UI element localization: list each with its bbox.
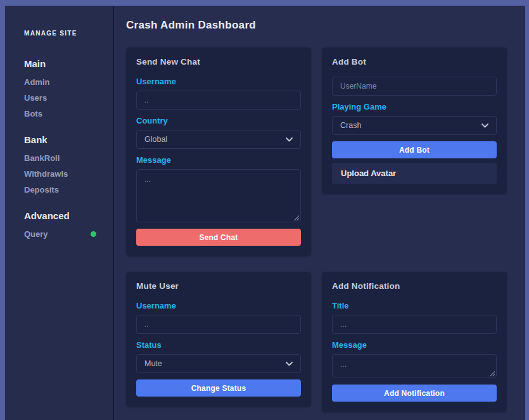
message-textarea-wrap — [332, 354, 497, 378]
sidebar-heading-bank: Bank — [24, 134, 113, 145]
status-select[interactable]: Mute — [136, 354, 301, 373]
card-title: Add Notification — [332, 281, 497, 291]
send-new-chat-card: Send New Chat Username Country Global Me… — [126, 48, 311, 256]
country-select[interactable]: Global — [136, 130, 301, 149]
message-label: Message — [136, 155, 301, 165]
mute-user-card: Mute User Username Status Mute Change St… — [126, 272, 311, 407]
change-status-button[interactable]: Change Status — [136, 379, 301, 397]
message-label: Message — [332, 340, 497, 350]
card-title: Mute User — [136, 281, 301, 291]
page-title: Crash Admin Dashboard — [126, 19, 506, 32]
status-label: Status — [136, 340, 301, 350]
playing-game-select[interactable]: Crash — [332, 116, 497, 135]
add-bot-button[interactable]: Add Bot — [332, 141, 497, 158]
sidebar-item-label: BankRoll — [24, 153, 60, 163]
sidebar: MANAGE SITE Main Admin Users Bots Bank B… — [5, 6, 114, 420]
sidebar-item-deposits[interactable]: Deposits — [24, 182, 113, 198]
playing-game-select-value: Crash — [340, 121, 361, 130]
chevron-down-icon — [286, 362, 293, 366]
sidebar-item-query[interactable]: Query — [24, 226, 113, 242]
mute-username-input[interactable] — [136, 315, 301, 334]
title-label: Title — [332, 301, 497, 310]
notification-title-input[interactable] — [332, 315, 497, 334]
sidebar-item-users[interactable]: Users — [24, 90, 113, 106]
username-label: Username — [136, 301, 301, 310]
online-status-dot — [91, 231, 96, 237]
add-notification-card: Add Notification Title Message Add Notif… — [322, 272, 507, 412]
country-select-value: Global — [144, 135, 167, 144]
sidebar-item-admin[interactable]: Admin — [24, 74, 113, 90]
bot-username-input[interactable] — [332, 77, 497, 96]
playing-game-label: Playing Game — [332, 102, 497, 111]
card-title: Send New Chat — [136, 57, 301, 67]
chat-message-textarea[interactable] — [136, 169, 301, 222]
admin-app: MANAGE SITE Main Admin Users Bots Bank B… — [5, 6, 525, 420]
status-select-value: Mute — [144, 359, 162, 368]
resize-handle[interactable] — [489, 371, 495, 376]
sidebar-item-label: Bots — [24, 109, 42, 118]
chevron-down-icon — [481, 124, 488, 128]
add-notification-button[interactable]: Add Notification — [332, 385, 497, 402]
sidebar-item-bankroll[interactable]: BankRoll — [24, 150, 113, 166]
sidebar-item-label: Deposits — [24, 185, 59, 194]
sidebar-section-advanced: Advanced Query — [24, 210, 113, 242]
sidebar-item-label: Admin — [24, 77, 49, 87]
chevron-down-icon — [286, 137, 293, 142]
sidebar-heading-main: Main — [24, 58, 113, 69]
sidebar-item-label: Query — [24, 229, 48, 239]
send-chat-button[interactable]: Send Chat — [136, 229, 301, 246]
message-textarea-wrap — [136, 169, 301, 222]
card-title: Add Bot — [332, 57, 497, 67]
sidebar-item-bots[interactable]: Bots — [24, 106, 113, 122]
app-window: MANAGE SITE Main Admin Users Bots Bank B… — [0, 0, 529, 420]
username-label: Username — [136, 77, 301, 86]
sidebar-heading-advanced: Advanced — [24, 210, 113, 221]
resize-handle[interactable] — [293, 215, 299, 220]
notification-message-textarea[interactable] — [332, 354, 497, 378]
sidebar-brand: MANAGE SITE — [24, 30, 113, 37]
sidebar-item-label: Withdrawls — [24, 169, 68, 179]
sidebar-item-withdrawls[interactable]: Withdrawls — [24, 166, 113, 182]
cards-row-2: Mute User Username Status Mute Change St… — [126, 272, 506, 412]
main-content: Crash Admin Dashboard Send New Chat User… — [114, 6, 525, 420]
sidebar-section-bank: Bank BankRoll Withdrawls Deposits — [24, 134, 113, 198]
chat-username-input[interactable] — [136, 91, 301, 110]
country-label: Country — [136, 116, 301, 125]
sidebar-section-main: Main Admin Users Bots — [24, 58, 113, 122]
sidebar-item-label: Users — [24, 93, 47, 103]
upload-avatar-input[interactable]: Upload Avatar — [332, 163, 497, 184]
add-bot-card: Add Bot Playing Game Crash Add Bot Uploa… — [322, 48, 507, 194]
cards-row-1: Send New Chat Username Country Global Me… — [126, 48, 506, 256]
